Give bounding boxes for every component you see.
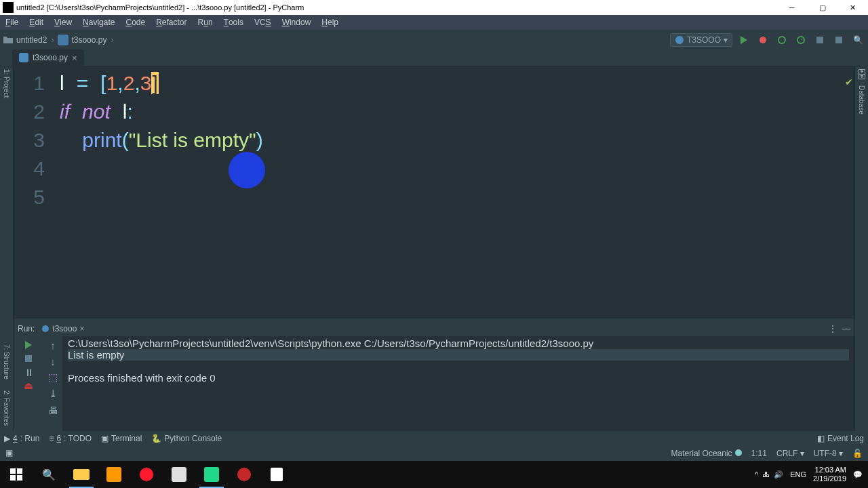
start-button[interactable] [0, 461, 33, 488]
svg-rect-12 [10, 475, 16, 481]
run-output-gutter: ↑ ↓ ⬚ ⤓ 🖶 [43, 336, 62, 431]
close-run-tab-icon[interactable]: × [79, 324, 84, 333]
svg-rect-15 [106, 467, 121, 482]
stop-button[interactable] [812, 33, 827, 47]
menu-run[interactable]: Run [193, 15, 218, 30]
readonly-lock-icon[interactable]: 🔓 [852, 449, 863, 458]
menu-file[interactable]: File [0, 15, 24, 30]
run-tool-window: Run: t3sooo × ⋮ — ⏸ ⏏ ↑ [14, 321, 854, 431]
taskbar-pycharm[interactable] [195, 461, 228, 488]
search-icon[interactable]: 🔍 [850, 33, 865, 47]
svg-rect-14 [73, 469, 90, 480]
notifications-icon[interactable]: 💬 [853, 470, 863, 479]
svg-rect-10 [10, 468, 16, 474]
menu-code[interactable]: Code [120, 15, 151, 30]
menu-help[interactable]: Help [316, 15, 344, 30]
breadcrumb-file[interactable]: t3sooo.py [71, 35, 106, 45]
database-tool-icon[interactable]: 🗄 [856, 69, 867, 80]
menu-tools[interactable]: Tools [218, 15, 249, 30]
database-tool-button[interactable]: Database [858, 85, 865, 115]
scroll-button[interactable]: ⤓ [47, 388, 59, 400]
structure-tool-button[interactable]: 7: Structure [3, 344, 10, 380]
close-button[interactable]: ✕ [837, 0, 868, 15]
menu-window[interactable]: Window [277, 15, 317, 30]
svg-rect-0 [58, 35, 68, 45]
python-console-tab-button[interactable]: 🐍 Python Console [151, 434, 222, 443]
rerun-button[interactable] [22, 339, 35, 351]
up-button[interactable]: ↑ [47, 339, 59, 351]
debug-button[interactable] [755, 33, 770, 47]
status-bar: ▣ Material Oceanic 1:11 CRLF ▾ UTF-8 ▾ 🔓 [0, 446, 868, 461]
svg-rect-6 [835, 37, 842, 43]
maximize-button[interactable]: ▢ [807, 0, 837, 15]
theme-indicator[interactable]: Material Oceanic [671, 449, 742, 458]
print-button[interactable]: 🖶 [47, 404, 59, 416]
terminal-tab-button[interactable]: ▣ Terminal [101, 434, 142, 443]
close-tab-icon[interactable]: × [72, 53, 77, 63]
run-tab[interactable]: t3sooo × [41, 324, 84, 333]
main-area: 1: Project 7: Structure 2: Favorites 1 2… [0, 66, 868, 431]
menu-navigate[interactable]: Navigate [77, 15, 120, 30]
svg-rect-7 [19, 53, 28, 62]
favorites-tool-button[interactable]: 2: Favorites [3, 390, 10, 426]
menu-refactor[interactable]: Refactor [151, 15, 192, 30]
minimize-button[interactable]: ─ [776, 0, 807, 15]
run-settings-icon[interactable]: ⋮ [829, 324, 837, 333]
profile-button[interactable] [793, 33, 808, 47]
inspection-ok-icon: ✔ [845, 68, 853, 96]
todo-tab-button[interactable]: ≡ 6: TODO [49, 434, 92, 443]
background-tasks-icon[interactable]: ▣ [5, 448, 16, 459]
breadcrumb-project[interactable]: untitled2 [16, 35, 47, 45]
update-button[interactable] [831, 33, 846, 47]
menu-edit[interactable]: Edit [24, 15, 49, 30]
svg-rect-13 [17, 475, 22, 481]
editor-tab[interactable]: t3sooo.py × [12, 49, 84, 66]
code-content[interactable]: l = [1,2,3] if not l: print("List is emp… [52, 66, 854, 319]
menu-bar: File Edit View Navigate Code Refactor Ru… [0, 15, 868, 30]
project-tool-button[interactable]: 1: Project [3, 69, 10, 98]
svg-rect-18 [204, 467, 219, 482]
pause-button[interactable]: ⏸ [22, 366, 35, 378]
exit-button[interactable]: ⏏ [22, 380, 35, 392]
run-config-selector[interactable]: T3SOOO ▾ [670, 33, 732, 47]
stop-run-button[interactable] [22, 352, 35, 365]
tray-chevron-icon[interactable]: ^ [755, 470, 758, 479]
down-button[interactable]: ↓ [47, 355, 59, 367]
system-tray[interactable]: ^ 🖧 🔊 [755, 470, 783, 479]
file-encoding[interactable]: UTF-8 ▾ [814, 449, 843, 458]
editor-tab-bar: t3sooo.py × [0, 50, 868, 66]
taskbar-app1[interactable] [163, 461, 195, 488]
navigation-bar: untitled2 › t3sooo.py › T3SOOO ▾ 🔍 [0, 30, 868, 50]
svg-point-1 [675, 36, 684, 44]
coverage-button[interactable] [774, 33, 789, 47]
event-log-button[interactable]: ◧ Event Log [817, 434, 864, 443]
taskbar-opera[interactable] [130, 461, 163, 488]
tray-clock[interactable]: 12:03 AM 2/19/2019 [813, 466, 846, 483]
line-separator[interactable]: CRLF ▾ [776, 449, 804, 458]
caret-position[interactable]: 1:11 [751, 449, 767, 458]
run-tab-button[interactable]: ▶ 4: Run [4, 434, 39, 443]
taskbar-notepad[interactable] [260, 461, 293, 488]
tray-language[interactable]: ENG [790, 470, 806, 479]
menu-view[interactable]: View [49, 15, 77, 30]
taskbar-sublime[interactable] [98, 461, 130, 488]
soft-wrap-button[interactable]: ⬚ [47, 371, 59, 384]
run-output[interactable]: C:\Users\t3so\PycharmProjects\untitled2\… [62, 336, 854, 431]
tray-volume-icon[interactable]: 🔊 [774, 470, 783, 479]
svg-point-8 [42, 325, 49, 332]
code-editor[interactable]: 1 2 3 4 5 l = [1,2,3] if not l: print("L… [14, 66, 854, 319]
window-controls: ─ ▢ ✕ [776, 0, 868, 15]
hide-panel-icon[interactable]: — [842, 324, 850, 333]
menu-vcs[interactable]: VCS [249, 15, 277, 30]
taskbar-record[interactable] [228, 461, 260, 488]
line-number-gutter: 1 2 3 4 5 [14, 66, 52, 319]
svg-rect-20 [271, 468, 283, 481]
svg-rect-9 [25, 355, 32, 362]
search-button[interactable]: 🔍 [33, 461, 65, 488]
taskbar-explorer[interactable] [65, 461, 98, 488]
window-titlebar: untitled2 [C:\Users\t3so\PycharmProjects… [0, 0, 868, 15]
run-button[interactable] [736, 33, 751, 47]
python-icon [41, 325, 50, 333]
python-icon [675, 35, 684, 45]
tray-network-icon[interactable]: 🖧 [762, 470, 770, 479]
